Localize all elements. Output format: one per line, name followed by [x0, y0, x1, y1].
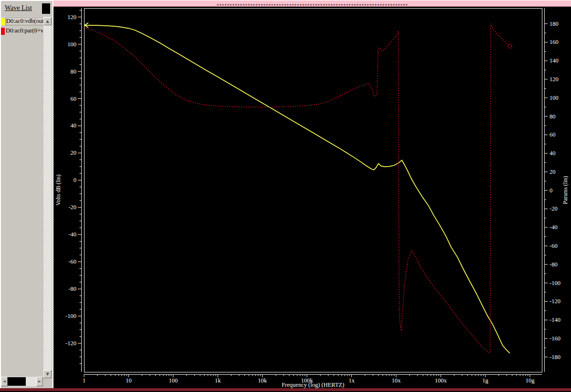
plot-area[interactable]: ****************************************…: [53, 0, 571, 390]
wave-list-corner-box[interactable]: [42, 3, 50, 14]
wave-list-header: Wave List: [1, 3, 52, 17]
right-arrow-icon: ►: [38, 379, 41, 383]
window-bottom-border: [0, 388, 571, 391]
scroll-right-button[interactable]: ►: [36, 377, 43, 386]
scroll-up-button[interactable]: ▲: [43, 17, 52, 25]
wave-list-item[interactable]: D0:ac0:par(0+vp: [1, 27, 43, 36]
down-arrow-icon: ▼: [46, 372, 49, 376]
wave-color-swatch: [1, 28, 5, 35]
window-title-bar[interactable]: ****************************************…: [53, 0, 571, 7]
wave-list-horizontal-scrollbar[interactable]: ◄ ►: [1, 377, 43, 386]
wave-list-item-label: D0:ac0:vdb(out2): [6, 17, 43, 25]
left-arrow-icon: ◄: [3, 379, 6, 383]
wave-list: D0:ac0:vdb(out2)D0:ac0:par(0+vp: [1, 17, 43, 36]
wave-color-swatch: [1, 18, 5, 25]
scroll-down-button[interactable]: ▼: [43, 370, 52, 378]
wave-list-title: Wave List: [5, 4, 32, 12]
up-arrow-icon: ▲: [46, 19, 49, 23]
wave-list-vertical-scrollbar[interactable]: ▲ ▼: [43, 17, 52, 378]
wave-list-panel: Wave List D0:ac0:vdb(out2)D0:ac0:par(0+v…: [0, 0, 53, 388]
horizontal-scroll-thumb[interactable]: [8, 377, 26, 386]
vertical-scroll-track[interactable]: [43, 25, 52, 370]
scroll-left-button[interactable]: ◄: [1, 377, 8, 386]
horizontal-scroll-track[interactable]: [8, 377, 36, 386]
wave-list-item[interactable]: D0:ac0:vdb(out2): [1, 17, 43, 27]
window-title: ****************************************…: [217, 3, 408, 7]
application-window: Wave List D0:ac0:vdb(out2)D0:ac0:par(0+v…: [0, 0, 571, 392]
wave-list-item-label: D0:ac0:par(0+vp: [6, 27, 43, 34]
